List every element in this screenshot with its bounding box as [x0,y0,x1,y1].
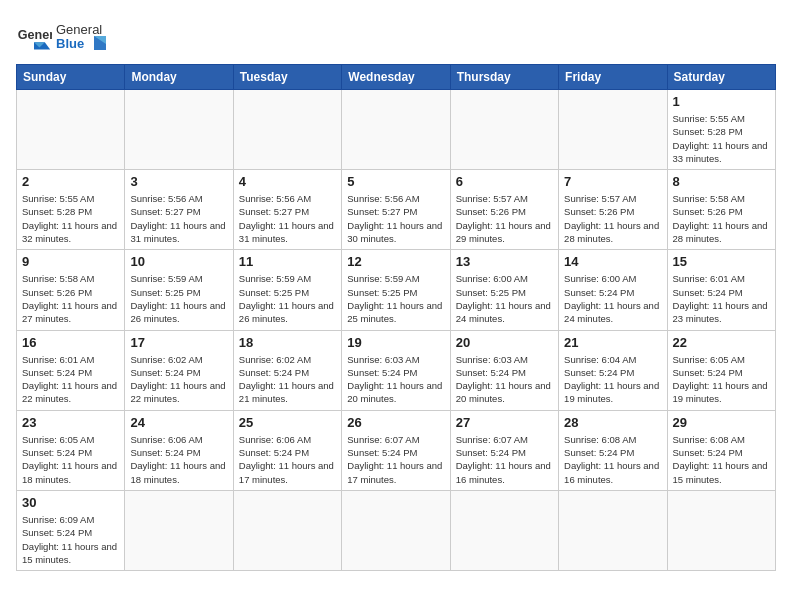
day-info: Sunrise: 6:05 AM Sunset: 5:24 PM Dayligh… [673,353,770,406]
calendar-cell: 23Sunrise: 6:05 AM Sunset: 5:24 PM Dayli… [17,410,125,490]
day-number: 16 [22,335,119,350]
day-info: Sunrise: 6:08 AM Sunset: 5:24 PM Dayligh… [673,433,770,486]
day-number: 8 [673,174,770,189]
day-number: 10 [130,254,227,269]
day-info: Sunrise: 5:55 AM Sunset: 5:28 PM Dayligh… [22,192,119,245]
day-info: Sunrise: 6:01 AM Sunset: 5:24 PM Dayligh… [673,272,770,325]
calendar-cell: 16Sunrise: 6:01 AM Sunset: 5:24 PM Dayli… [17,330,125,410]
day-info: Sunrise: 6:06 AM Sunset: 5:24 PM Dayligh… [130,433,227,486]
calendar-cell: 3Sunrise: 5:56 AM Sunset: 5:27 PM Daylig… [125,170,233,250]
logo: General General Blue [16,16,108,54]
day-info: Sunrise: 6:00 AM Sunset: 5:25 PM Dayligh… [456,272,553,325]
calendar-cell: 15Sunrise: 6:01 AM Sunset: 5:24 PM Dayli… [667,250,775,330]
day-number: 18 [239,335,336,350]
day-info: Sunrise: 6:02 AM Sunset: 5:24 PM Dayligh… [239,353,336,406]
day-info: Sunrise: 6:07 AM Sunset: 5:24 PM Dayligh… [456,433,553,486]
day-number: 4 [239,174,336,189]
day-number: 5 [347,174,444,189]
calendar-cell [342,90,450,170]
day-number: 19 [347,335,444,350]
header-thursday: Thursday [450,65,558,90]
day-info: Sunrise: 5:59 AM Sunset: 5:25 PM Dayligh… [347,272,444,325]
day-info: Sunrise: 5:56 AM Sunset: 5:27 PM Dayligh… [239,192,336,245]
generalblue-logo: General Blue [56,16,108,54]
calendar-cell [559,90,667,170]
header-tuesday: Tuesday [233,65,341,90]
day-info: Sunrise: 5:56 AM Sunset: 5:27 PM Dayligh… [130,192,227,245]
day-info: Sunrise: 5:56 AM Sunset: 5:27 PM Dayligh… [347,192,444,245]
header-friday: Friday [559,65,667,90]
day-number: 20 [456,335,553,350]
header-wednesday: Wednesday [342,65,450,90]
calendar-cell [342,490,450,570]
calendar-cell: 11Sunrise: 5:59 AM Sunset: 5:25 PM Dayli… [233,250,341,330]
header-sunday: Sunday [17,65,125,90]
day-number: 7 [564,174,661,189]
calendar-cell: 29Sunrise: 6:08 AM Sunset: 5:24 PM Dayli… [667,410,775,490]
day-number: 15 [673,254,770,269]
day-number: 21 [564,335,661,350]
calendar-cell [233,90,341,170]
day-info: Sunrise: 6:02 AM Sunset: 5:24 PM Dayligh… [130,353,227,406]
calendar-cell: 10Sunrise: 5:59 AM Sunset: 5:25 PM Dayli… [125,250,233,330]
day-number: 22 [673,335,770,350]
calendar-cell: 14Sunrise: 6:00 AM Sunset: 5:24 PM Dayli… [559,250,667,330]
day-info: Sunrise: 6:03 AM Sunset: 5:24 PM Dayligh… [347,353,444,406]
day-info: Sunrise: 5:59 AM Sunset: 5:25 PM Dayligh… [239,272,336,325]
day-number: 28 [564,415,661,430]
day-info: Sunrise: 6:00 AM Sunset: 5:24 PM Dayligh… [564,272,661,325]
day-number: 12 [347,254,444,269]
calendar-cell: 19Sunrise: 6:03 AM Sunset: 5:24 PM Dayli… [342,330,450,410]
day-info: Sunrise: 5:55 AM Sunset: 5:28 PM Dayligh… [673,112,770,165]
calendar-cell: 6Sunrise: 5:57 AM Sunset: 5:26 PM Daylig… [450,170,558,250]
day-info: Sunrise: 5:57 AM Sunset: 5:26 PM Dayligh… [564,192,661,245]
day-number: 29 [673,415,770,430]
day-info: Sunrise: 6:06 AM Sunset: 5:24 PM Dayligh… [239,433,336,486]
day-info: Sunrise: 6:08 AM Sunset: 5:24 PM Dayligh… [564,433,661,486]
day-number: 9 [22,254,119,269]
calendar-cell: 28Sunrise: 6:08 AM Sunset: 5:24 PM Dayli… [559,410,667,490]
day-info: Sunrise: 5:57 AM Sunset: 5:26 PM Dayligh… [456,192,553,245]
calendar-cell: 9Sunrise: 5:58 AM Sunset: 5:26 PM Daylig… [17,250,125,330]
header-monday: Monday [125,65,233,90]
day-info: Sunrise: 6:05 AM Sunset: 5:24 PM Dayligh… [22,433,119,486]
day-number: 14 [564,254,661,269]
day-number: 2 [22,174,119,189]
calendar-cell [233,490,341,570]
svg-text:General: General [18,28,52,42]
day-number: 24 [130,415,227,430]
calendar-cell: 8Sunrise: 5:58 AM Sunset: 5:26 PM Daylig… [667,170,775,250]
calendar-cell: 21Sunrise: 6:04 AM Sunset: 5:24 PM Dayli… [559,330,667,410]
svg-text:General: General [56,22,102,37]
calendar-cell: 2Sunrise: 5:55 AM Sunset: 5:28 PM Daylig… [17,170,125,250]
day-number: 6 [456,174,553,189]
calendar-cell: 18Sunrise: 6:02 AM Sunset: 5:24 PM Dayli… [233,330,341,410]
calendar-cell: 7Sunrise: 5:57 AM Sunset: 5:26 PM Daylig… [559,170,667,250]
day-number: 23 [22,415,119,430]
day-info: Sunrise: 6:01 AM Sunset: 5:24 PM Dayligh… [22,353,119,406]
day-info: Sunrise: 6:09 AM Sunset: 5:24 PM Dayligh… [22,513,119,566]
calendar-cell: 26Sunrise: 6:07 AM Sunset: 5:24 PM Dayli… [342,410,450,490]
calendar-cell [125,90,233,170]
calendar-row: 1Sunrise: 5:55 AM Sunset: 5:28 PM Daylig… [17,90,776,170]
calendar-cell [17,90,125,170]
calendar-cell [125,490,233,570]
day-number: 13 [456,254,553,269]
day-info: Sunrise: 5:58 AM Sunset: 5:26 PM Dayligh… [22,272,119,325]
calendar-row: 16Sunrise: 6:01 AM Sunset: 5:24 PM Dayli… [17,330,776,410]
weekday-header-row: Sunday Monday Tuesday Wednesday Thursday… [17,65,776,90]
calendar-row: 30Sunrise: 6:09 AM Sunset: 5:24 PM Dayli… [17,490,776,570]
calendar-cell: 5Sunrise: 5:56 AM Sunset: 5:27 PM Daylig… [342,170,450,250]
calendar-cell [450,90,558,170]
calendar-cell: 13Sunrise: 6:00 AM Sunset: 5:25 PM Dayli… [450,250,558,330]
calendar-cell: 12Sunrise: 5:59 AM Sunset: 5:25 PM Dayli… [342,250,450,330]
calendar-cell: 30Sunrise: 6:09 AM Sunset: 5:24 PM Dayli… [17,490,125,570]
day-info: Sunrise: 6:04 AM Sunset: 5:24 PM Dayligh… [564,353,661,406]
calendar-cell: 17Sunrise: 6:02 AM Sunset: 5:24 PM Dayli… [125,330,233,410]
calendar-cell [559,490,667,570]
day-number: 3 [130,174,227,189]
logo-wordmark: General Blue [56,16,108,54]
day-info: Sunrise: 5:58 AM Sunset: 5:26 PM Dayligh… [673,192,770,245]
calendar-cell: 22Sunrise: 6:05 AM Sunset: 5:24 PM Dayli… [667,330,775,410]
calendar-cell: 1Sunrise: 5:55 AM Sunset: 5:28 PM Daylig… [667,90,775,170]
